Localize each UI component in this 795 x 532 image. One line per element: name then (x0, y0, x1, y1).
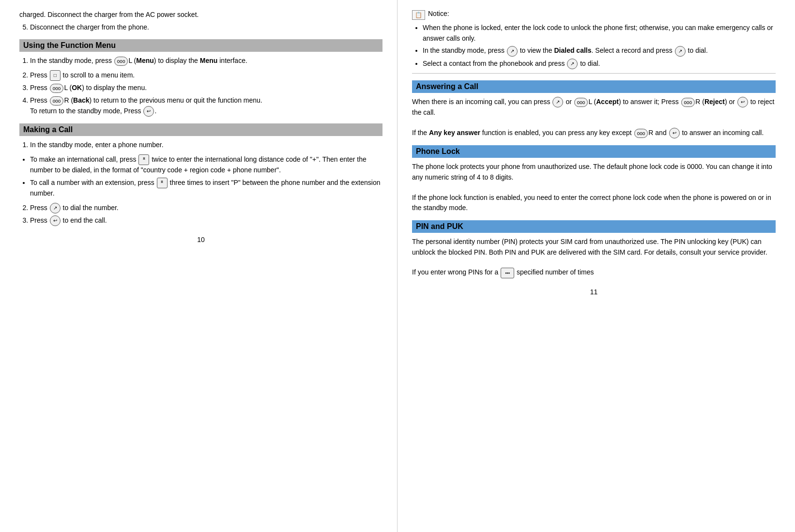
notice-icon: 📋 (412, 10, 425, 20)
page-container: charged. Disconnect the charger from the… (0, 0, 795, 532)
end-step: Press ↩ to end the call. (30, 215, 382, 226)
accept-key-icon: ooo (574, 98, 588, 107)
intl-call-bullet: To make an international call, press *̈ … (30, 154, 382, 176)
ok-key-icon: ooo (50, 84, 64, 93)
intro-text: charged. Disconnect the charger from the… (19, 10, 382, 20)
end-icon-2: ↩ (737, 97, 748, 107)
section-making-call: Making a Call (19, 123, 382, 136)
notice-text: Notice: (428, 10, 449, 17)
star-key-icon-1: *̈ (138, 154, 149, 165)
left-column: charged. Disconnect the charger from the… (0, 0, 398, 532)
call-icon-3: ↗ (675, 46, 686, 57)
make-call-step1: In the standby mode, enter a phone numbe… (30, 140, 382, 151)
step5: Disconnect the charger from the phone. (30, 22, 382, 33)
call-icon-2: ↗ (507, 46, 518, 57)
notice-row: 📋 Notice: (412, 10, 776, 20)
pin-puk-p2: If you enter wrong PINs for a ▪▪▪ specif… (412, 267, 776, 278)
star-key-icon-2: *̈ (157, 178, 168, 188)
function-step-4: Press oooR (Back) to return to the previ… (30, 95, 382, 117)
end-icon-3: ↩ (669, 128, 680, 138)
reject-key-icon: ooo (681, 98, 695, 107)
lock-bullet: When the phone is locked, enter the lock… (423, 23, 776, 44)
answering-p2: If the Any key answer function is enable… (412, 128, 776, 138)
call-icon-1: ↗ (50, 203, 61, 213)
or-text: or (566, 98, 571, 106)
phone-lock-p2: If the phone lock function is enabled, y… (412, 193, 776, 213)
function-step-1: In the standby mode, press oooL (Menu) t… (30, 56, 382, 66)
extension-call-bullet: To call a number with an extension, pres… (30, 178, 382, 199)
menu-key-icon: ooo (114, 57, 128, 66)
phone-lock-p1: The phone lock protects your phone from … (412, 162, 776, 182)
right-column: 📋 Notice: When the phone is locked, ente… (398, 0, 795, 532)
page-num-left: 10 (19, 236, 382, 243)
specified-num-icon: ▪▪▪ (501, 268, 514, 278)
phonebook-bullet: Select a contact from the phonebook and … (423, 59, 776, 69)
function-step-3: Press oooL (OK) to display the menu. (30, 83, 382, 93)
nav-key-icon: □ (50, 70, 61, 81)
dial-step: Press ↗ to dial the number. (30, 203, 382, 213)
answering-p1: When there is an incoming call, you can … (412, 97, 776, 118)
back-key-icon: ooo (50, 96, 64, 106)
answer-call-icon: ↗ (552, 97, 563, 107)
dialed-calls-bullet: In the standby mode, press ↗ to view the… (423, 46, 776, 56)
page-num-right: 11 (412, 288, 776, 296)
section-pin-puk: PIN and PUK (412, 220, 776, 233)
end-key-icon-1: ↩ (143, 106, 154, 117)
pin-puk-p1: The personal identity number (PIN) prote… (412, 237, 776, 258)
section-answering: Answering a Call (412, 80, 776, 93)
function-step-2: Press □ to scroll to a menu item. (30, 70, 382, 81)
section-phone-lock: Phone Lock (412, 145, 776, 158)
end-icon-1: ↩ (50, 215, 61, 226)
call-icon-4: ↗ (567, 59, 578, 69)
section-function-menu: Using the Function Menu (19, 39, 382, 52)
divider-1 (412, 73, 776, 74)
any-key-r-icon: ooo (634, 129, 648, 138)
